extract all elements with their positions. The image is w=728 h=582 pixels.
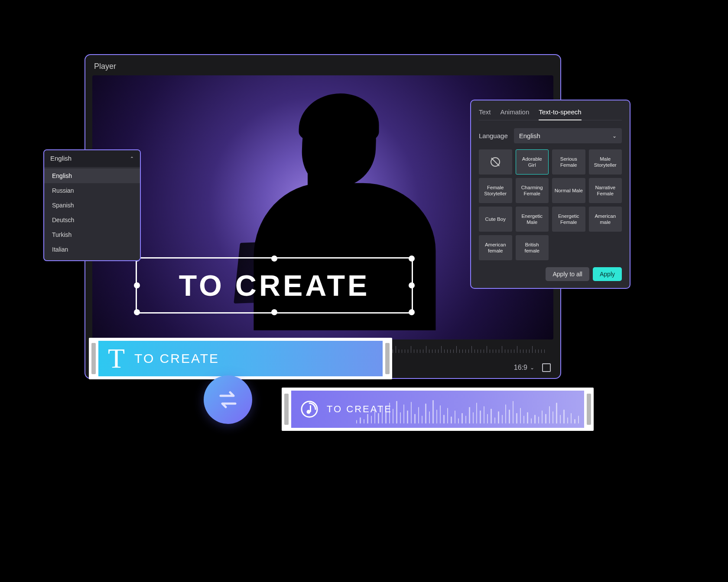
fullscreen-icon[interactable] [542, 363, 551, 372]
voice-none[interactable] [479, 149, 512, 175]
aspect-ratio-value: 16:9 [514, 364, 527, 372]
voice-option[interactable]: Energetic Female [552, 207, 585, 232]
aspect-ratio-select[interactable]: 16:9 ⌄ [514, 364, 534, 372]
voice-option[interactable]: Male Storyteller [589, 149, 622, 175]
tts-tabs: TextAnimationText-to-speech [479, 108, 622, 120]
language-options-list: EnglishRussianSpanishDeutschTurkishItali… [44, 167, 140, 260]
tts-language-value: English [519, 132, 540, 139]
tts-language-label: Language [479, 132, 508, 139]
language-option[interactable]: Italian [44, 242, 140, 257]
none-icon [491, 157, 500, 167]
voice-option[interactable]: Serious Female [552, 149, 585, 175]
voice-option[interactable]: American female [479, 235, 512, 260]
swap-arrows-icon [214, 386, 241, 413]
tts-language-row: Language English ⌄ [479, 128, 622, 143]
language-option[interactable]: Spanish [44, 198, 140, 213]
music-icon [300, 400, 319, 419]
audio-timeline-clip[interactable]: TO CREATE [282, 388, 594, 431]
voice-option[interactable]: British female [516, 235, 549, 260]
voice-option[interactable]: Cute Boy [479, 207, 512, 232]
language-dropdown-panel: English ⌄ EnglishRussianSpanishDeutschTu… [43, 149, 141, 261]
composite-stage: Player TO CREATE [84, 54, 561, 379]
caption-text-box-selected[interactable]: TO CREATE [136, 257, 413, 314]
text-timeline-clip[interactable]: T TO CREATE [89, 338, 392, 379]
tts-language-select[interactable]: English ⌄ [514, 128, 622, 143]
clip-handle-left[interactable] [91, 343, 96, 374]
language-selected-value: English [50, 155, 72, 162]
convert-swap-button[interactable] [204, 375, 252, 424]
voice-option[interactable]: Narrative Female [589, 178, 622, 203]
audio-clip-content: TO CREATE [291, 391, 584, 428]
language-option[interactable]: English [44, 168, 140, 183]
text-icon: T [108, 345, 125, 372]
clip-handle-right[interactable] [587, 394, 591, 425]
tts-tab[interactable]: Text-to-speech [539, 108, 581, 116]
language-option[interactable]: Deutsch [44, 213, 140, 227]
voice-option[interactable]: Normal Male [552, 178, 585, 203]
chevron-up-icon: ⌄ [130, 155, 134, 161]
svg-rect-2 [310, 405, 311, 412]
apply-to-all-button[interactable]: Apply to all [546, 267, 589, 281]
audio-clip-label: TO CREATE [327, 404, 392, 415]
voice-option[interactable]: Energetic Male [516, 207, 549, 232]
voice-option[interactable]: Adorable Girl [516, 149, 549, 175]
clip-handle-right[interactable] [385, 343, 390, 374]
voice-option[interactable]: Female Storyteller [479, 178, 512, 203]
tts-tab[interactable]: Text [479, 108, 491, 116]
tts-tab[interactable]: Animation [500, 108, 530, 116]
apply-button[interactable]: Apply [593, 267, 622, 281]
text-to-speech-panel: TextAnimationText-to-speech Language Eng… [470, 100, 630, 289]
caption-text: TO CREATE [137, 259, 412, 312]
tts-actions: Apply to all Apply [479, 267, 622, 281]
clip-handle-left[interactable] [284, 394, 289, 425]
chevron-down-icon: ⌄ [530, 365, 534, 371]
player-title: Player [85, 55, 560, 75]
language-select-header[interactable]: English ⌄ [44, 150, 140, 167]
voice-grid: Adorable GirlSerious FemaleMale Storytel… [479, 149, 622, 260]
language-option[interactable]: Turkish [44, 227, 140, 242]
voice-option[interactable]: Charming Female [516, 178, 549, 203]
text-clip-label: TO CREATE [134, 351, 219, 366]
voice-option[interactable]: American male [589, 207, 622, 232]
language-option[interactable]: Russian [44, 183, 140, 198]
text-clip-content: T TO CREATE [98, 341, 383, 376]
chevron-down-icon: ⌄ [612, 133, 617, 139]
